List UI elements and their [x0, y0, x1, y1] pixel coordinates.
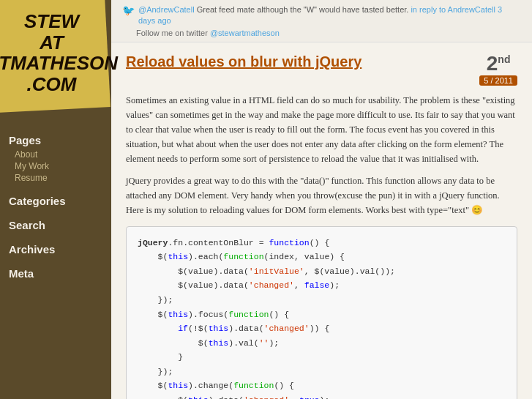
sidebar-nav: Pages About My Work Resume Categories Se…	[0, 121, 111, 290]
sidebar-search-heading: Search	[9, 219, 102, 231]
sidebar-categories-heading: Categories	[9, 195, 102, 207]
date-day: 2nd	[487, 53, 511, 74]
follow-link[interactable]: @stewartmatheson	[210, 29, 280, 37]
article-para-1: Sometimes an existing value in a HTML fi…	[126, 93, 517, 166]
twitter-icon: 🐦	[122, 4, 135, 16]
main-content: 🐦 @AndrewCatell Great feed mate although…	[111, 0, 532, 399]
code-line-14: $(this).change(function() {	[138, 379, 506, 393]
code-line-10: $(this).val('');	[138, 336, 506, 351]
sidebar-archives-heading: Archives	[9, 243, 102, 256]
code-line-3: $(this).each(function(index, value) {	[138, 250, 506, 264]
tweet-text: @AndrewCatell Great feed mate although t…	[138, 4, 521, 27]
tweet-body: Great feed mate although the "W" would h…	[197, 5, 411, 14]
sidebar-meta-heading: Meta	[9, 267, 102, 280]
sidebar-item-resume[interactable]: Resume	[15, 173, 102, 183]
tweet-line: 🐦 @AndrewCatell Great feed mate although…	[122, 4, 521, 27]
code-block: jQuery.fn.contentOnBlur = function() { $…	[126, 226, 517, 399]
article-para-2: jQuery provides a great way to do this w…	[126, 174, 517, 217]
code-line-6: });	[138, 293, 506, 307]
code-line-11: }	[138, 350, 506, 365]
article-body: Sometimes an existing value in a HTML fi…	[126, 93, 517, 217]
code-line-5: $(value).data('changed', false);	[138, 278, 506, 293]
sidebar-item-about[interactable]: About	[15, 149, 102, 160]
twitter-bar: 🐦 @AndrewCatell Great feed mate although…	[111, 0, 532, 42]
code-line-15: $(this).data('changed', true);	[138, 393, 506, 399]
code-line-1: jQuery.fn.contentOnBlur = function() {	[138, 236, 506, 250]
follow-line: Follow me on twitter @stewartmatheson	[136, 29, 521, 37]
sidebar-item-mywork[interactable]: My Work	[15, 161, 102, 171]
sidebar: STEWATRTMATHESON.COM Pages About My Work…	[0, 0, 111, 399]
code-line-8: $(this).focus(function() {	[138, 307, 506, 322]
code-line-12: });	[138, 365, 506, 379]
date-badge: 2nd 5 / 2011	[479, 53, 517, 86]
logo: STEWATRTMATHESON.COM	[0, 0, 110, 113]
article: Reload values on blur with jQuery 2nd 5 …	[111, 42, 532, 399]
follow-text: Follow me on twitter	[136, 29, 210, 37]
sidebar-pages-heading: Pages	[9, 134, 102, 146]
code-line-4: $(value).data('initValue', $(value).val(…	[138, 264, 506, 279]
logo-text: STEWATRTMATHESON.COM	[0, 11, 119, 94]
article-header: Reload values on blur with jQuery 2nd 5 …	[126, 53, 517, 86]
article-title: Reload values on blur with jQuery	[126, 53, 361, 70]
date-month: 5 / 2011	[479, 75, 517, 86]
tweet-user-link[interactable]: @AndrewCatell	[138, 5, 195, 14]
code-line-9: if(!$(this).data('changed')) {	[138, 321, 506, 336]
